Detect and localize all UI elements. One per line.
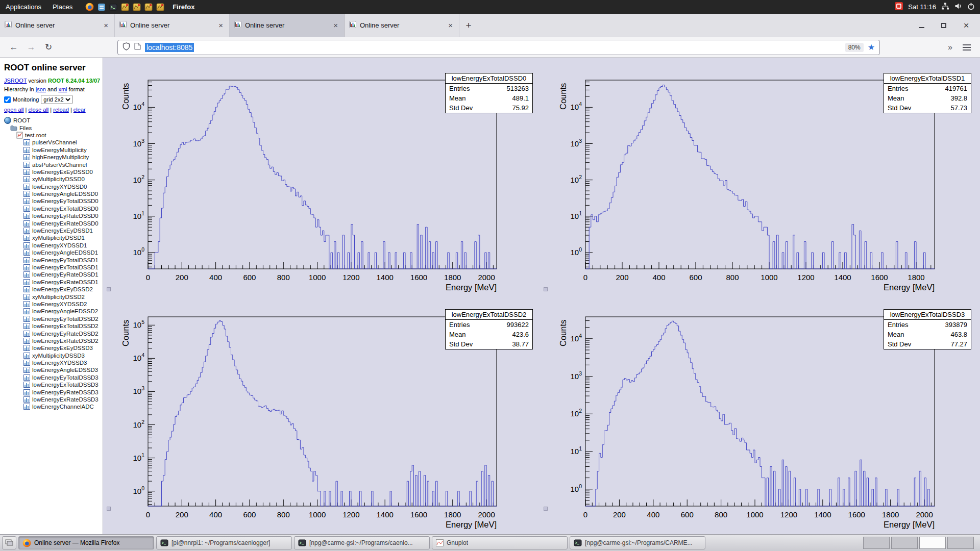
workspace-4[interactable] bbox=[947, 537, 974, 549]
tree-item-lowEnergyXYDSSD0[interactable]: lowEnergyXYDSSD0 bbox=[4, 183, 100, 190]
workspace-2[interactable] bbox=[891, 537, 918, 549]
monitoring-checkbox[interactable] bbox=[4, 96, 11, 103]
tree-item-xyMultiplicityDSSD3[interactable]: xyMultiplicityDSSD3 bbox=[4, 352, 100, 359]
tree-item-lowEnergyExTotalDSSD0[interactable]: lowEnergyExTotalDSSD0 bbox=[4, 205, 100, 212]
browser-tab-1[interactable]: Online server× bbox=[0, 14, 115, 37]
tree-item-lowEnergyEyTotalDSSD2[interactable]: lowEnergyEyTotalDSSD2 bbox=[4, 315, 100, 322]
minimize-button[interactable] bbox=[916, 20, 927, 31]
zoom-indicator[interactable]: 80% bbox=[845, 43, 864, 52]
taskbar-task-3[interactable]: [npg@carme-gsi:~/Programs/caenlo... bbox=[294, 536, 430, 549]
maximize-button[interactable] bbox=[938, 20, 949, 31]
tree-item-xyMultiplicityDSSD1[interactable]: xyMultiplicityDSSD1 bbox=[4, 234, 100, 241]
notification-icon[interactable] bbox=[895, 2, 903, 12]
tree-item-lowEnergyExRateDSSD3[interactable]: lowEnergyExRateDSSD3 bbox=[4, 396, 100, 403]
firefox-launcher-icon[interactable] bbox=[85, 3, 94, 11]
stats-box-lowEnergyExTotalDSSD3[interactable]: lowEnergyExTotalDSSD3Entries393879Mean46… bbox=[884, 309, 971, 349]
tab-close-icon[interactable]: × bbox=[217, 21, 225, 30]
menu-hamburger-icon[interactable] bbox=[963, 44, 971, 51]
tree-item-pulserVsChannel[interactable]: pulserVsChannel bbox=[4, 139, 100, 146]
xml-link[interactable]: xml bbox=[58, 86, 67, 92]
tree-item-lowEnergyXYDSSD3[interactable]: lowEnergyXYDSSD3 bbox=[4, 359, 100, 366]
app-launcher-icon[interactable] bbox=[133, 3, 141, 11]
tree-item-lowEnergyExTotalDSSD3[interactable]: lowEnergyExTotalDSSD3 bbox=[4, 381, 100, 388]
tree-item-lowEnergyChannelADC[interactable]: lowEnergyChannelADC bbox=[4, 403, 100, 410]
tree-item-lowEnergyEyTotalDSSD3[interactable]: lowEnergyEyTotalDSSD3 bbox=[4, 374, 100, 381]
action-clear[interactable]: clear bbox=[74, 107, 86, 113]
tree-item-lowEnergyEyRateDSSD2[interactable]: lowEnergyEyRateDSSD2 bbox=[4, 330, 100, 337]
pad-handle[interactable] bbox=[544, 507, 548, 511]
app-launcher-icon[interactable] bbox=[156, 3, 164, 11]
tree-item-xyMultiplicityDSSD0[interactable]: xyMultiplicityDSSD0 bbox=[4, 176, 100, 183]
back-button[interactable]: ← bbox=[6, 40, 21, 55]
bookmark-star-icon[interactable]: ★ bbox=[868, 42, 875, 52]
show-desktop-button[interactable] bbox=[2, 536, 16, 549]
taskbar-task-4[interactable]: Gnuplot bbox=[432, 536, 568, 549]
page-info-icon[interactable] bbox=[134, 42, 141, 52]
tree-item-lowEnergyAngleEDSSD0[interactable]: lowEnergyAngleEDSSD0 bbox=[4, 190, 100, 197]
tree-node-files[interactable]: Files bbox=[4, 124, 100, 131]
tree-item-lowEnergyEyTotalDSSD1[interactable]: lowEnergyEyTotalDSSD1 bbox=[4, 256, 100, 263]
tree-item-highEnergyMultiplicity[interactable]: highEnergyMultiplicity bbox=[4, 154, 100, 161]
taskbar-task-2[interactable]: [pi@nnrpi1: ~/Programs/caenlogger] bbox=[156, 536, 292, 549]
power-icon[interactable] bbox=[967, 3, 975, 12]
pad-handle[interactable] bbox=[107, 287, 111, 291]
plot-lowEnergyExTotalDSSD1[interactable]: 0200400600800100012001400160018001001011… bbox=[558, 80, 935, 292]
tree-item-lowEnergyExTotalDSSD1[interactable]: lowEnergyExTotalDSSD1 bbox=[4, 264, 100, 271]
clock[interactable]: Sat 11:16 bbox=[908, 3, 936, 11]
tab-close-icon[interactable]: × bbox=[447, 21, 454, 30]
taskbar-task-5[interactable]: [npg@carme-gsi:~/Programs/CARME... bbox=[570, 536, 705, 549]
json-link[interactable]: json bbox=[36, 86, 46, 92]
tree-item-lowEnergyEyRateDSSD1[interactable]: lowEnergyEyRateDSSD1 bbox=[4, 271, 100, 278]
tree-item-xyMultiplicityDSSD2[interactable]: xyMultiplicityDSSD2 bbox=[4, 293, 100, 300]
action-open-all[interactable]: open all bbox=[4, 107, 24, 113]
software-launcher-icon[interactable] bbox=[97, 3, 106, 11]
jsroot-link[interactable]: JSROOT bbox=[4, 78, 27, 84]
tree-item-lowEnergyExRateDSSD2[interactable]: lowEnergyExRateDSSD2 bbox=[4, 337, 100, 344]
pad-handle[interactable] bbox=[107, 507, 111, 511]
tree-node-root[interactable]: ROOT bbox=[4, 117, 100, 124]
browser-tab-4[interactable]: Online server× bbox=[345, 14, 459, 37]
tree-item-lowEnergyXYDSSD2[interactable]: lowEnergyXYDSSD2 bbox=[4, 300, 100, 308]
terminal-launcher-icon[interactable] bbox=[109, 3, 117, 11]
menu-places[interactable]: Places bbox=[47, 0, 78, 14]
shield-icon[interactable] bbox=[122, 42, 130, 53]
volume-icon[interactable] bbox=[954, 3, 962, 11]
tree-item-lowEnergyExEyDSSD0[interactable]: lowEnergyExEyDSSD0 bbox=[4, 168, 100, 176]
action-close-all[interactable]: close all bbox=[29, 107, 49, 113]
plot-lowEnergyExTotalDSSD0[interactable]: 0200400600800100012001400160018002000100… bbox=[121, 80, 497, 292]
tree-item-lowEnergyExEyDSSD1[interactable]: lowEnergyExEyDSSD1 bbox=[4, 227, 100, 234]
tree-node-testroot[interactable]: test.root bbox=[4, 132, 100, 139]
tree-item-lowEnergyExRateDSSD0[interactable]: lowEnergyExRateDSSD0 bbox=[4, 219, 100, 227]
workspace-3[interactable] bbox=[919, 537, 946, 549]
url-bar[interactable]: localhost:8085 80% ★ bbox=[117, 40, 880, 55]
tab-close-icon[interactable]: × bbox=[102, 21, 110, 30]
stats-box-lowEnergyExTotalDSSD2[interactable]: lowEnergyExTotalDSSD2Entries993622Mean42… bbox=[445, 309, 533, 349]
plot-lowEnergyExTotalDSSD2[interactable]: 0200400600800100012001400160018002000100… bbox=[121, 317, 497, 529]
tree-item-lowEnergyAngleEDSSD3[interactable]: lowEnergyAngleEDSSD3 bbox=[4, 366, 100, 373]
browser-tab-2[interactable]: Online server× bbox=[115, 14, 230, 37]
tree-item-lowEnergyExEyDSSD2[interactable]: lowEnergyExEyDSSD2 bbox=[4, 286, 100, 293]
new-tab-button[interactable]: + bbox=[459, 14, 478, 37]
action-reload[interactable]: reload bbox=[53, 107, 69, 113]
app-launcher-icon[interactable] bbox=[121, 3, 129, 11]
tree-item-lowEnergyExEyDSSD3[interactable]: lowEnergyExEyDSSD3 bbox=[4, 344, 100, 352]
tree-item-lowEnergyMultiplicity[interactable]: lowEnergyMultiplicity bbox=[4, 146, 100, 154]
stats-box-lowEnergyExTotalDSSD0[interactable]: lowEnergyExTotalDSSD0Entries513263Mean48… bbox=[445, 73, 533, 113]
overflow-chevron-icon[interactable]: » bbox=[948, 43, 951, 52]
tree-item-lowEnergyEyRateDSSD3[interactable]: lowEnergyEyRateDSSD3 bbox=[4, 388, 100, 395]
plots-canvas[interactable]: 0200400600800100012001400160018002000100… bbox=[103, 58, 980, 534]
tree-item-absPulserVsChannel[interactable]: absPulserVsChannel bbox=[4, 161, 100, 168]
menu-applications[interactable]: Applications bbox=[0, 0, 47, 14]
url-text[interactable]: localhost:8085 bbox=[145, 43, 194, 52]
network-icon[interactable] bbox=[941, 3, 949, 11]
tree-item-lowEnergyExRateDSSD1[interactable]: lowEnergyExRateDSSD1 bbox=[4, 279, 100, 286]
app-launcher-icon[interactable] bbox=[144, 3, 153, 11]
close-button[interactable]: × bbox=[961, 20, 972, 31]
tree-item-lowEnergyAngleEDSSD2[interactable]: lowEnergyAngleEDSSD2 bbox=[4, 308, 100, 315]
tree-item-lowEnergyExTotalDSSD2[interactable]: lowEnergyExTotalDSSD2 bbox=[4, 322, 100, 330]
reload-button[interactable]: ↻ bbox=[41, 40, 56, 55]
layout-select[interactable]: grid 2x2 bbox=[41, 95, 72, 104]
browser-tab-3[interactable]: Online server× bbox=[230, 14, 345, 37]
tree-item-lowEnergyEyRateDSSD0[interactable]: lowEnergyEyRateDSSD0 bbox=[4, 212, 100, 219]
tree-item-lowEnergyXYDSSD1[interactable]: lowEnergyXYDSSD1 bbox=[4, 242, 100, 249]
